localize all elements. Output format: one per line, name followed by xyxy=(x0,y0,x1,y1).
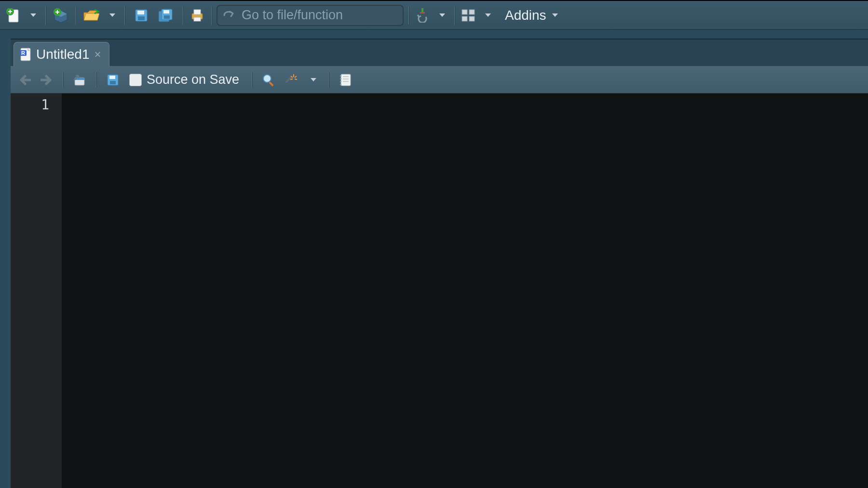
popout-icon xyxy=(73,74,86,86)
goto-file-function-search[interactable]: Go to file/function xyxy=(217,5,404,26)
show-in-new-window-button[interactable] xyxy=(71,70,88,90)
new-project-button[interactable] xyxy=(51,6,71,25)
svg-rect-46 xyxy=(340,84,341,85)
svg-rect-16 xyxy=(194,17,201,21)
magnifier-icon xyxy=(262,73,275,87)
code-editor[interactable] xyxy=(62,93,868,488)
toolbar-separator xyxy=(454,6,455,25)
pane-layout-dropdown[interactable] xyxy=(478,6,495,25)
editor-toolbar: Source on Save xyxy=(11,66,868,93)
toolbar-separator xyxy=(124,6,125,25)
new-project-icon xyxy=(53,8,69,23)
toolbar-separator xyxy=(76,6,76,25)
svg-rect-29 xyxy=(109,76,115,79)
load-all-button[interactable] xyxy=(414,6,431,25)
pane-layout-button[interactable] xyxy=(460,6,477,25)
toolbar-separator xyxy=(211,6,212,25)
open-folder-icon xyxy=(83,9,99,22)
svg-rect-44 xyxy=(340,78,341,79)
toolbar-separator xyxy=(252,72,252,88)
svg-rect-30 xyxy=(110,81,116,84)
save-icon xyxy=(135,9,148,22)
toolbar-separator xyxy=(408,6,409,25)
editor-tab-untitled1[interactable]: R Untitled1 × xyxy=(14,42,109,66)
refresh-icon xyxy=(416,8,429,23)
svg-rect-45 xyxy=(340,81,341,82)
svg-rect-39 xyxy=(341,74,351,86)
svg-line-38 xyxy=(295,79,297,79)
print-button[interactable] xyxy=(188,6,206,25)
goto-placeholder: Go to file/function xyxy=(242,8,343,23)
source-on-save-checkbox[interactable] xyxy=(129,74,142,86)
save-all-icon xyxy=(158,8,173,23)
addins-label: Addins xyxy=(505,8,546,23)
svg-rect-20 xyxy=(469,10,475,14)
notebook-icon xyxy=(339,73,352,87)
r-file-icon: R xyxy=(19,47,31,62)
svg-point-31 xyxy=(263,75,271,82)
svg-rect-9 xyxy=(138,16,145,20)
toolbar-separator xyxy=(328,72,329,88)
chevron-down-icon xyxy=(30,13,36,17)
editor-area: 1 xyxy=(11,93,868,488)
nav-back-button[interactable] xyxy=(16,70,34,90)
svg-rect-21 xyxy=(462,16,467,21)
svg-rect-43 xyxy=(340,75,341,77)
svg-rect-6 xyxy=(57,10,58,14)
new-file-icon xyxy=(6,8,20,23)
source-on-save-label: Source on Save xyxy=(147,72,239,87)
chevron-down-icon xyxy=(311,78,316,81)
save-button[interactable] xyxy=(133,6,150,25)
toolbar-separator xyxy=(45,6,46,25)
source-on-save-toggle[interactable]: Source on Save xyxy=(129,72,239,87)
code-tools-dropdown[interactable] xyxy=(303,70,321,90)
toolbar-separator xyxy=(183,6,183,25)
toolbar-separator xyxy=(96,72,96,88)
line-number: 1 xyxy=(11,96,62,114)
chevron-down-icon xyxy=(439,13,445,17)
arrow-left-icon xyxy=(19,75,31,85)
toolbar-separator xyxy=(63,72,63,88)
save-icon xyxy=(107,74,119,86)
main-toolbar: Go to file/function Addins xyxy=(0,0,868,30)
save-all-button[interactable] xyxy=(156,6,175,25)
open-file-button[interactable] xyxy=(81,6,101,25)
chevron-down-icon xyxy=(109,13,115,17)
source-editor-panel: R Untitled1 × xyxy=(11,39,868,488)
svg-text:R: R xyxy=(21,50,25,56)
compile-report-button[interactable] xyxy=(337,70,354,90)
chevron-down-icon xyxy=(485,13,491,17)
find-replace-button[interactable] xyxy=(260,70,277,90)
arrow-right-icon xyxy=(41,75,52,85)
wand-icon xyxy=(283,73,298,87)
open-file-dropdown[interactable] xyxy=(102,6,120,25)
print-icon xyxy=(190,9,204,22)
close-tab-button[interactable]: × xyxy=(95,48,101,61)
svg-rect-15 xyxy=(194,10,201,14)
svg-rect-32 xyxy=(269,81,274,87)
svg-rect-3 xyxy=(10,10,11,13)
svg-rect-12 xyxy=(163,10,169,13)
chevron-down-icon xyxy=(552,13,558,17)
new-file-dropdown[interactable] xyxy=(23,6,41,25)
goto-arrow-icon xyxy=(223,10,236,21)
load-all-dropdown[interactable] xyxy=(432,6,449,25)
line-number-gutter: 1 xyxy=(11,93,62,488)
editor-tab-bar: R Untitled1 × xyxy=(11,40,868,66)
grid-icon xyxy=(461,9,475,22)
svg-line-36 xyxy=(295,76,297,78)
nav-forward-button[interactable] xyxy=(38,70,55,90)
code-tools-button[interactable] xyxy=(281,70,299,90)
new-file-button[interactable] xyxy=(4,6,22,25)
tab-title: Untitled1 xyxy=(36,47,90,62)
svg-rect-22 xyxy=(469,16,475,21)
svg-line-37 xyxy=(290,79,293,79)
svg-rect-19 xyxy=(462,10,467,14)
svg-rect-8 xyxy=(137,11,144,14)
svg-rect-18 xyxy=(420,12,425,13)
svg-rect-13 xyxy=(164,15,170,19)
addins-menu[interactable]: Addins xyxy=(496,6,562,25)
save-document-button[interactable] xyxy=(104,70,122,90)
